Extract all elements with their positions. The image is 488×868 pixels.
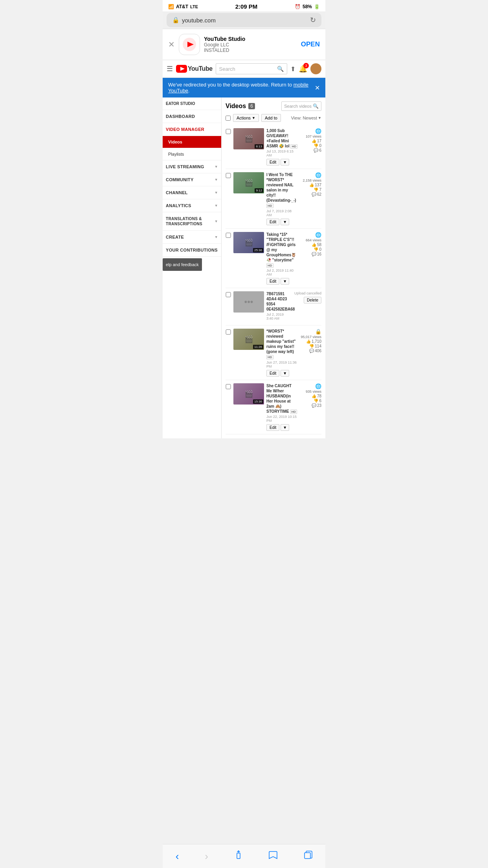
sidebar-item-community[interactable]: COMMUNITY ▼ xyxy=(163,173,221,186)
thumb-duration-3: 25:36 xyxy=(253,248,263,252)
status-left: 📶 AT&T LTE xyxy=(168,4,198,9)
video-item-5: 🎬 11:26 *WORST* reviewed makeup "artist"… xyxy=(226,326,321,380)
delete-button-4[interactable]: Delete xyxy=(304,297,321,303)
app-status: INSTALLED xyxy=(204,48,297,53)
video-5-checkbox[interactable] xyxy=(226,329,231,335)
search-placeholder: Search xyxy=(219,66,235,72)
toolbar: Actions ▼ Add to View: Newest ▼ xyxy=(226,114,321,122)
redirect-banner: We've redirected you to the desktop webs… xyxy=(163,78,325,97)
thumb-duration-6: 15:36 xyxy=(253,399,263,404)
thumb-duration-1: 6:13 xyxy=(255,144,263,149)
edit-button-2[interactable]: Edit xyxy=(266,219,279,225)
url-text: youtube.com xyxy=(182,17,216,24)
edit-button-1[interactable]: Edit xyxy=(266,159,279,166)
notification-bell[interactable]: 🔔 3 xyxy=(299,64,307,73)
select-all-checkbox[interactable] xyxy=(226,116,231,121)
globe-icon: 🌐 xyxy=(315,383,321,389)
actions-button[interactable]: Actions ▼ xyxy=(233,114,259,122)
redirect-message: We've redirected you to the desktop webs… xyxy=(168,82,315,94)
video-6-checkbox[interactable] xyxy=(226,384,231,389)
edit-dropdown-2[interactable]: ▼ xyxy=(281,219,289,225)
app-info: YouTube Studio Google LLC INSTALLED xyxy=(204,36,297,53)
refresh-icon[interactable]: ↻ xyxy=(310,16,316,24)
video-info-3: Taking *15* "TRIPLE C'S"!! /FiGHTiNG gir… xyxy=(266,232,297,285)
hamburger-icon[interactable]: ☰ xyxy=(167,64,173,73)
add-to-button[interactable]: Add to xyxy=(261,114,281,122)
video-title-1: 1,000 Sub GIVEAWAY! +Failed Mini ASMR 🤣 … xyxy=(266,128,297,149)
edit-dropdown-1[interactable]: ▼ xyxy=(281,159,289,166)
video-info-6: She CAUGHT Me W/her HUSBAND(in Her House… xyxy=(266,383,297,431)
chevron-down-icon: ▼ xyxy=(215,235,218,239)
avatar[interactable] xyxy=(310,63,321,74)
edit-button-6[interactable]: Edit xyxy=(266,424,279,431)
content-area: Videos 6 Search videos 🔍 Actions ▼ Add t… xyxy=(222,97,325,438)
edit-button-5[interactable]: Edit xyxy=(266,370,279,377)
thumb-duration-2: 9:12 xyxy=(255,188,263,193)
chevron-down-icon: ▼ xyxy=(215,219,218,223)
app-name: YouTube Studio xyxy=(204,36,297,42)
videos-count: 6 xyxy=(248,103,255,109)
video-date-1: Jul 13, 2019 6:15 AM xyxy=(266,149,297,157)
open-button[interactable]: OPEN xyxy=(301,40,320,48)
upload-icon[interactable]: ⬆ xyxy=(290,65,295,73)
edit-dropdown-6[interactable]: ▼ xyxy=(281,424,289,431)
video-item-1: 🎬 6:13 1,000 Sub GIVEAWAY! +Failed Mini … xyxy=(226,125,321,169)
video-3-checkbox[interactable] xyxy=(226,233,231,238)
sidebar-item-analytics[interactable]: ANALYTICS ▼ xyxy=(163,199,221,212)
video-date-5: Jun 27, 2019 11:36 PM xyxy=(266,360,297,368)
notification-badge: 3 xyxy=(303,63,309,68)
video-info-5: *WORST* reviewed makeup "artist" ruins m… xyxy=(266,329,297,376)
search-icon[interactable]: 🔍 xyxy=(277,66,284,72)
youtube-logo[interactable]: YouTube xyxy=(176,65,213,73)
youtube-header: ☰ YouTube Search 🔍 ⬆ 🔔 3 xyxy=(163,60,325,78)
search-videos-box[interactable]: Search videos 🔍 xyxy=(281,101,321,111)
globe-icon: 🌐 xyxy=(315,232,321,238)
video-stats-4: Upload cancelled Delete xyxy=(294,291,321,303)
chevron-down-icon: ▼ xyxy=(215,165,218,169)
video-date-2: Jul 7, 2019 2:08 AM xyxy=(266,209,297,217)
sidebar-item-create[interactable]: CREATE ▼ xyxy=(163,231,221,244)
video-info-2: I Went To THE *WORST* reviewed NAIL salo… xyxy=(266,172,297,225)
sidebar-item-playlists[interactable]: Playlists xyxy=(163,148,221,160)
video-date-4: Jul 2, 2019 3:40 AM xyxy=(266,313,292,320)
sidebar-item-dashboard[interactable]: DASHBOARD xyxy=(163,110,221,123)
video-4-checkbox[interactable] xyxy=(226,292,231,297)
view-sort: View: Newest ▼ xyxy=(291,116,321,120)
video-stats-5: 🔒 95,017 views 👍1,710 👎114 💬406 xyxy=(300,329,321,353)
url-bar-container: 🔒 youtube.com ↻ xyxy=(163,11,325,29)
video-thumb-4: ••• xyxy=(233,291,264,313)
video-1-checkbox[interactable] xyxy=(226,129,231,134)
video-item-4: ••• 7B671591 4DA4 4D23 9354 0E42582EBA68… xyxy=(226,288,321,326)
banner-dismiss-icon[interactable]: ✕ xyxy=(315,84,320,92)
video-thumb-2: 🎬 9:12 xyxy=(233,172,264,193)
sidebar-item-channel[interactable]: CHANNEL ▼ xyxy=(163,186,221,199)
sidebar-item-live-streaming[interactable]: LIVE STREAMING ▼ xyxy=(163,160,221,173)
video-item-3: 🎬 25:36 Taking *15* "TRIPLE C'S"!! /FiGH… xyxy=(226,229,321,288)
sidebar-help[interactable]: elp and feedback xyxy=(163,258,202,271)
video-actions-3: Edit ▼ xyxy=(266,278,297,285)
video-thumb-1: 🎬 6:13 xyxy=(233,128,264,149)
chevron-down-icon: ▼ xyxy=(215,191,218,195)
video-stats-1: 🌐 107 views 👍17 👎0 💬6 xyxy=(300,128,321,153)
banner-close-icon[interactable]: ✕ xyxy=(168,40,175,49)
edit-dropdown-5[interactable]: ▼ xyxy=(281,370,289,377)
url-bar[interactable]: 🔒 youtube.com ↻ xyxy=(167,13,321,27)
time: 2:09 PM xyxy=(235,3,258,10)
sort-button[interactable]: Newest ▼ xyxy=(303,116,321,120)
video-stats-2: 🌐 2,158 views 👍137 👎7 💬62 xyxy=(300,172,321,197)
globe-icon: 🌐 xyxy=(315,128,321,134)
battery-icon: 🔋 xyxy=(314,4,320,9)
sidebar-item-videos[interactable]: Videos xyxy=(163,136,221,148)
chevron-down-icon: ▼ xyxy=(215,178,218,182)
clock-icon: ⏰ xyxy=(295,4,301,9)
sidebar-item-translations[interactable]: TRANSLATIONS & TRANSCRIPTIONS ▼ xyxy=(163,212,221,231)
video-2-checkbox[interactable] xyxy=(226,173,231,178)
chevron-down-icon: ▼ xyxy=(215,204,218,208)
search-bar[interactable]: Search 🔍 xyxy=(216,63,287,74)
edit-dropdown-3[interactable]: ▼ xyxy=(281,278,289,285)
edit-button-3[interactable]: Edit xyxy=(266,278,279,285)
video-date-3: Jul 2, 2019 11:40 AM xyxy=(266,268,297,276)
url-content: 🔒 youtube.com xyxy=(172,17,216,24)
sidebar-item-video-manager[interactable]: VIDEO MANAGER xyxy=(163,123,221,136)
sidebar-item-contributions[interactable]: YOUR CONTRIBUTIONS xyxy=(163,244,221,257)
